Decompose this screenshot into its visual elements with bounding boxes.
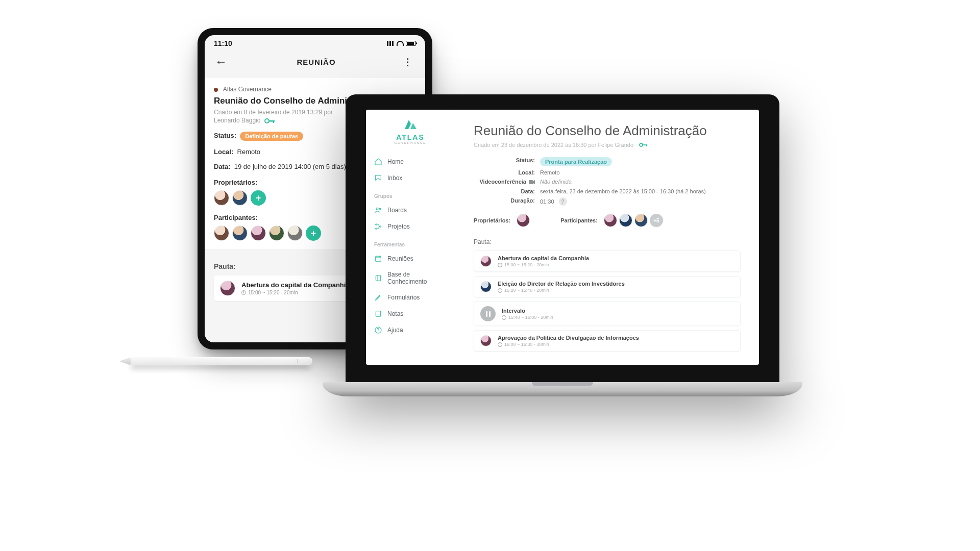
avatar[interactable] [517, 214, 530, 227]
key-icon [264, 118, 276, 124]
more-menu-button[interactable]: … [404, 57, 416, 67]
brand-sub: GOVERNANCE [371, 141, 450, 144]
nav-label: Inbox [387, 174, 402, 182]
nav-label: Formulários [387, 294, 420, 301]
nav-inbox[interactable]: Inbox [371, 170, 450, 186]
created-by: Criado em 23 de dezembro de 2022 às 16:3… [474, 142, 741, 148]
brand-logo: ATLAS GOVERNANCE [371, 117, 450, 144]
brand-word: ATLAS [371, 133, 450, 141]
created-line1: Criado em 8 de fevereiro de 2019 13:29 p… [214, 109, 333, 116]
app-bar: ← REUNIÃO … [205, 49, 425, 73]
svg-rect-15 [529, 180, 533, 184]
org-dot-icon [214, 88, 218, 92]
dur-label: Duração: [474, 197, 535, 206]
avatar[interactable] [232, 226, 248, 241]
camera-icon [529, 179, 535, 185]
svg-rect-9 [376, 276, 380, 281]
avatar [480, 256, 492, 267]
nav-label: Boards [387, 207, 407, 214]
video-value: Não definida [540, 179, 572, 185]
agenda-item-break[interactable]: Intervalo 15:40 ~ 16:00 - 20min [474, 302, 741, 326]
status-icons [387, 41, 416, 46]
info-chip-icon[interactable]: ? [559, 197, 567, 206]
pause-icon [480, 306, 496, 321]
agenda-list: Abertura do capital da Companhia 15:00 ~… [474, 251, 741, 352]
inbox-icon [374, 174, 382, 182]
battery-icon [406, 41, 416, 46]
book-icon [374, 274, 382, 282]
local-value: Remoto [237, 148, 261, 156]
svg-rect-14 [646, 144, 647, 146]
nav-group-grupos: Grupos [374, 193, 447, 199]
people-row: Proprietários: Participantes: + [474, 214, 741, 227]
data-label: Data: [474, 188, 535, 194]
status-label: Status: [474, 157, 535, 166]
clock-icon [498, 263, 502, 267]
add-owner-button[interactable]: + [251, 190, 266, 206]
wifi-icon [397, 41, 404, 46]
avatar[interactable] [269, 226, 284, 241]
clock-icon [502, 315, 506, 320]
avatar[interactable] [214, 190, 229, 206]
help-icon [374, 326, 382, 334]
appbar-title: REUNIÃO [297, 58, 335, 66]
pauta-label: Pauta: [474, 238, 741, 245]
nav-label: Home [387, 158, 404, 165]
nav-notas[interactable]: Notas [371, 306, 450, 322]
note-icon [374, 310, 382, 318]
laptop-device-frame: ATLAS GOVERNANCE Home Inbox Grupos [323, 94, 802, 396]
agenda-item[interactable]: Aprovação da Política de Divulgação de I… [474, 330, 741, 352]
nav-projetos[interactable]: Projetos [371, 218, 450, 235]
svg-point-5 [376, 224, 377, 226]
avatar[interactable] [287, 226, 303, 241]
nav-boards[interactable]: Boards [371, 202, 450, 218]
avatar[interactable] [251, 226, 266, 241]
nav-label: Reuniões [387, 255, 413, 262]
local-label: Local: [214, 148, 233, 156]
status-pill: Pronta para Realização [540, 157, 612, 166]
svg-rect-8 [376, 256, 381, 261]
org-name: Atlas Governance [223, 86, 272, 93]
nav-formularios[interactable]: Formulários [371, 289, 450, 306]
svg-rect-10 [376, 311, 380, 317]
agenda-item-title: Abertura do capital da Companhia [498, 255, 589, 261]
status-time: 11:10 [214, 39, 232, 47]
back-button[interactable]: ← [215, 56, 227, 68]
add-participant-button[interactable]: + [306, 226, 321, 241]
main-content: Reunião do Conselho de Administração Cri… [455, 110, 759, 365]
home-icon [374, 158, 382, 166]
agenda-item[interactable]: Eleição do Diretor de Relação com Invest… [474, 276, 741, 297]
svg-point-6 [376, 228, 377, 230]
nav-label: Ajuda [387, 327, 403, 334]
edit-icon [374, 293, 382, 302]
avatar[interactable] [214, 226, 229, 241]
avatar[interactable] [619, 214, 632, 227]
local-label: Local: [474, 169, 535, 176]
svg-rect-2 [273, 120, 274, 123]
agenda-item[interactable]: Abertura do capital da Companhia 15:00 ~… [474, 251, 741, 272]
svg-point-12 [640, 143, 643, 146]
signal-icon [387, 41, 395, 46]
avatar [480, 335, 492, 346]
status-pill: Definição de pautas [240, 132, 303, 141]
avatar[interactable] [604, 214, 617, 227]
atlas-logo-icon [402, 117, 419, 131]
status-bar: 11:10 [205, 35, 425, 49]
local-value: Remoto [540, 169, 741, 176]
key-icon [639, 142, 649, 147]
participants-group: Participantes: +5 [560, 214, 663, 227]
avatar[interactable] [634, 214, 648, 227]
more-participants-chip[interactable]: +5 [650, 214, 663, 227]
video-label: Videoconferência [474, 179, 535, 185]
nav-base-conhecimento[interactable]: Base de Conhecimento [371, 267, 450, 289]
network-icon [374, 222, 382, 231]
nav-group-ferramentas: Ferramentas [374, 242, 447, 247]
nav-ajuda[interactable]: Ajuda [371, 322, 450, 338]
avatar[interactable] [232, 190, 248, 206]
svg-point-7 [380, 226, 381, 228]
nav-reunioes[interactable]: Reuniões [371, 251, 450, 267]
created-line2: Leonardo Baggio [214, 117, 260, 124]
nav-home[interactable]: Home [371, 154, 450, 170]
org-row: Atlas Governance [214, 85, 416, 93]
clock-icon [498, 342, 502, 347]
